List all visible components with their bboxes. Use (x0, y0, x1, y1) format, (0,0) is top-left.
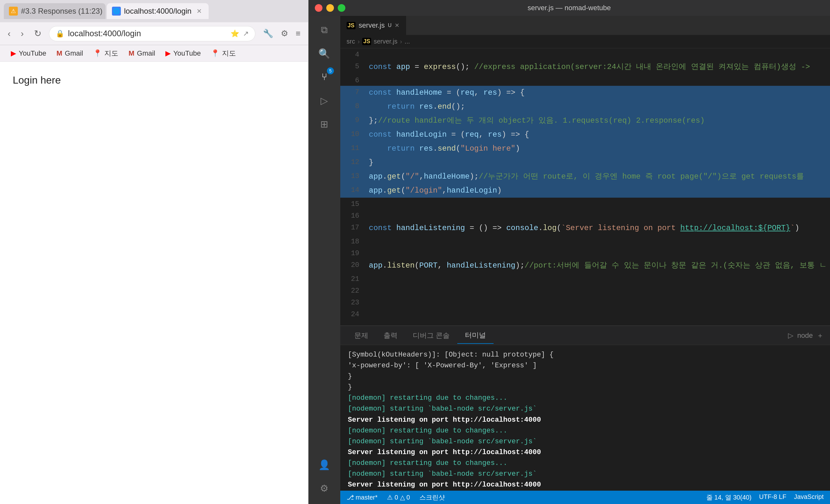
source-control-badge: 5 (327, 67, 334, 74)
extension-icon[interactable]: 🔧 (260, 27, 276, 40)
code-line-5: 5 const app = express(); //express appli… (340, 60, 830, 74)
status-language[interactable]: JavaScript (794, 493, 824, 502)
settings-gear-icon[interactable]: ⚙ (314, 477, 335, 499)
editor-titlebar: server.js — nomad-wetube (309, 0, 830, 16)
status-line-col[interactable]: 줄 14, 열 30(40) (706, 493, 752, 502)
code-area[interactable]: 4 5 const app = express(); //express app… (340, 48, 830, 326)
bookmark-label-maps-1: 지도 (104, 48, 118, 58)
term-line-1: [Symbol(kOutHeaders)]: [Object: null pro… (348, 349, 822, 360)
term-line-11: [nodemon] restarting due to changes... (348, 458, 822, 469)
term-line-8: [nodemon] restarting due to changes... (348, 426, 822, 436)
bookmark-youtube-2[interactable]: ▶ YouTube (161, 47, 205, 60)
tab-close-editor[interactable]: ✕ (395, 22, 400, 29)
term-line-12: [nodemon] starting `babel-node src/serve… (348, 469, 822, 479)
browser-tab-2[interactable]: 🌐 localhost:4000/login ✕ (107, 3, 209, 19)
browser-tab-1[interactable]: ⚠ #3.3 Responses (11:23) ✕ (4, 3, 105, 19)
bc-js-icon: JS (362, 38, 371, 45)
files-icon[interactable]: ⧉ (314, 19, 335, 41)
page-content: Login here (0, 62, 308, 504)
bookmark-star-icon[interactable]: ⭐ (230, 30, 239, 38)
source-control-icon[interactable]: ⑂ 5 (314, 66, 335, 88)
status-encoding[interactable]: UTF-8 LF (759, 493, 787, 502)
bookmark-label-youtube-1: YouTube (19, 49, 46, 58)
window-controls (315, 4, 345, 12)
maps-icon-1: 📍 (93, 49, 102, 58)
status-errors[interactable]: ⚠ 0 △ 0 (387, 494, 410, 501)
editor-tabs: JS server.js U ✕ (340, 16, 830, 35)
status-branch[interactable]: ⎇ master* (347, 494, 378, 501)
settings-icon[interactable]: ⚙ (278, 27, 291, 40)
term-line-4: } (348, 382, 822, 393)
new-terminal-icon[interactable]: ▷ (788, 331, 793, 340)
run-debug-icon[interactable]: ▷ (314, 90, 335, 111)
gmail-icon-2: M (128, 49, 134, 58)
code-lines: 4 5 const app = express(); //express app… (340, 48, 830, 326)
bookmark-maps-2[interactable]: 📍 지도 (206, 47, 241, 60)
bookmark-gmail-2[interactable]: M Gmail (124, 47, 160, 60)
tab-modified-indicator: U (388, 23, 392, 28)
tab-label-2: localhost:4000/login (124, 7, 191, 15)
tab-problems[interactable]: 문제 (347, 328, 376, 343)
youtube-icon-2: ▶ (165, 49, 171, 58)
terminal-body[interactable]: [Symbol(kOutHeaders)]: [Object: null pro… (340, 345, 830, 491)
tab-label-1: #3.3 Responses (11:23) (21, 7, 102, 15)
code-line-10: 10 const handleLogin = (req, res) => { (340, 128, 830, 142)
main-layout: ⚠ #3.3 Responses (11:23) ✕ 🌐 localhost:4… (0, 0, 830, 504)
code-line-6: 6 (340, 74, 830, 86)
url-box[interactable]: 🔒 localhost:4000/login ⭐ ↗ (49, 26, 255, 41)
tab-debug-console[interactable]: 디버그 콘솔 (405, 328, 457, 343)
tab-bar: ⚠ #3.3 Responses (11:23) ✕ 🌐 localhost:4… (0, 0, 308, 22)
code-line-21: 21 (340, 273, 830, 284)
maximize-window-button[interactable] (338, 4, 345, 12)
tab-close-2[interactable]: ✕ (195, 7, 204, 15)
bookmark-youtube-1[interactable]: ▶ YouTube (6, 47, 51, 60)
toolbar-icons: 🔧 ⚙ ≡ (260, 27, 303, 40)
code-line-18: 18 (340, 235, 830, 247)
editor-body: ⧉ 🔍 ⑂ 5 ▷ ⊞ 👤 ⚙ JS (309, 16, 830, 504)
editor-tab-serverjs[interactable]: JS server.js U ✕ (340, 16, 407, 35)
js-file-icon: JS (347, 22, 355, 29)
bc-filename: server.js (374, 38, 397, 45)
editor-tab-filename: server.js (359, 21, 385, 30)
search-icon[interactable]: 🔍 (314, 42, 335, 64)
screenshot-label: 스크린샷 (419, 493, 445, 502)
code-line-16: 16 (340, 209, 830, 221)
forward-button[interactable]: › (18, 27, 26, 40)
term-line-7: Server listening on port http://localhos… (348, 415, 822, 426)
close-window-button[interactable] (315, 4, 322, 12)
bookmark-gmail-1[interactable]: M Gmail (52, 47, 88, 60)
bookmark-label-youtube-2: YouTube (173, 49, 201, 58)
tab-terminal[interactable]: 터미널 (457, 327, 493, 344)
activity-bar-bottom: 👤 ⚙ (314, 454, 335, 504)
login-heading: Login here (13, 74, 61, 86)
term-line-9: [nodemon] starting `babel-node src/serve… (348, 436, 822, 447)
account-icon[interactable]: 👤 (314, 454, 335, 475)
bc-src: src (347, 38, 355, 45)
code-line-20: 20 app.listen(PORT, handleListening);//p… (340, 259, 830, 273)
code-line-19: 19 (340, 247, 830, 259)
code-line-4: 4 (340, 48, 830, 60)
menu-icon[interactable]: ≡ (293, 27, 303, 40)
terminal-tab-right: ▷ node ＋ (788, 331, 824, 340)
refresh-button[interactable]: ↻ (31, 27, 44, 40)
tab-output[interactable]: 출력 (376, 328, 405, 343)
code-line-9: 9 };//route handler에는 두 개의 object가 있음. 1… (340, 114, 830, 128)
term-line-13: Server listening on port http://localhos… (348, 479, 822, 490)
terminal-plus-icon[interactable]: ＋ (817, 331, 824, 340)
extensions-icon[interactable]: ⊞ (314, 113, 335, 135)
bookmark-label-maps-2: 지도 (222, 48, 236, 58)
code-line-15: 15 (340, 198, 830, 209)
share-icon[interactable]: ↗ (243, 30, 249, 38)
gmail-icon-1: M (56, 49, 62, 58)
term-line-6: [nodemon] starting `babel-node src/serve… (348, 404, 822, 414)
browser-panel: ⚠ #3.3 Responses (11:23) ✕ 🌐 localhost:4… (0, 0, 309, 504)
tab-favicon-warning: ⚠ (9, 7, 18, 15)
editor-main: JS server.js U ✕ src › JS server.js › ..… (340, 16, 830, 504)
minimize-window-button[interactable] (326, 4, 334, 12)
back-button[interactable]: ‹ (5, 27, 13, 40)
code-line-7: 7 const handleHome = (req, res) => { (340, 86, 830, 100)
bc-dots: ... (405, 38, 410, 45)
bc-sep-2: › (400, 38, 402, 45)
bookmark-maps-1[interactable]: 📍 지도 (89, 47, 123, 60)
editor-panel: server.js — nomad-wetube ⧉ 🔍 ⑂ 5 ▷ ⊞ 👤 ⚙ (309, 0, 830, 504)
